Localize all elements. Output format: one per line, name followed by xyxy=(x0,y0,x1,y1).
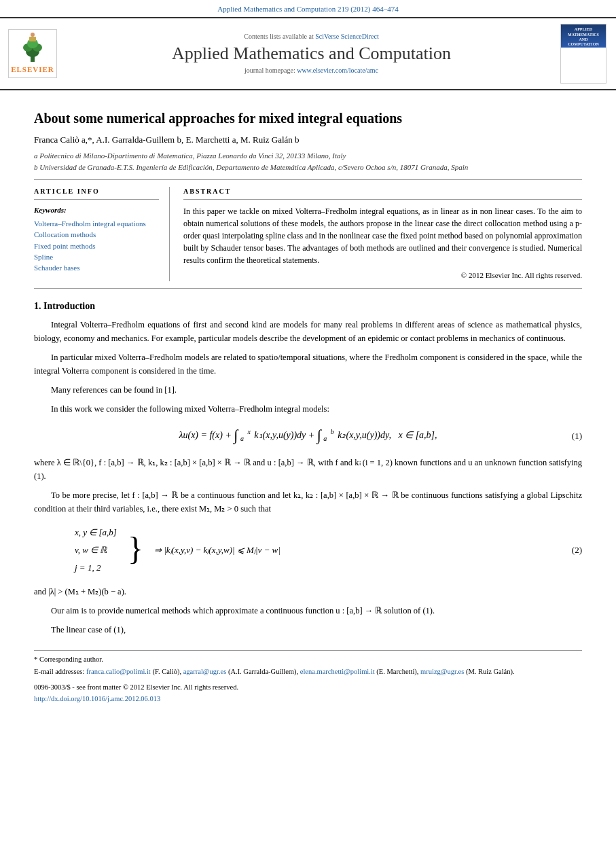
condition-brace-icon: } xyxy=(128,533,143,565)
footnote-area: * Corresponding author. E-mail addresses… xyxy=(34,650,582,704)
intro-para3: Many references can be found in [1]. xyxy=(34,383,582,397)
affiliation-b: b Universidad de Granada-E.T.S. Ingenier… xyxy=(34,162,582,173)
keyword-1[interactable]: Volterra–Fredholm integral equations xyxy=(34,219,159,229)
email-link-3[interactable]: elena.marchetti@polimi.it xyxy=(300,668,375,675)
abstract-text: In this paper we tackle on mixed Volterr… xyxy=(183,205,582,266)
keywords-heading: Keywords: xyxy=(34,205,159,215)
keyword-5[interactable]: Schauder bases xyxy=(34,263,159,273)
keyword-3[interactable]: Fixed point methods xyxy=(34,241,159,251)
equation-1-block: λu(x) = f(x) + ∫ a x k₁(x,y,u(y))dy + ∫ … xyxy=(34,425,582,446)
affiliation-a: a Politecnico di Milano-Dipartimento di … xyxy=(34,151,582,161)
equation-1-number: (1) xyxy=(572,430,582,442)
email-note: E-mail addresses: franca.calio@polimi.it… xyxy=(34,667,582,677)
svg-rect-5 xyxy=(29,37,36,41)
intro-para4: In this work we consider the following m… xyxy=(34,402,582,416)
abstract-divider xyxy=(34,288,582,289)
intro-para1: Integral Volterra–Fredholm equations of … xyxy=(34,318,582,345)
journal-center: Contents lists available at SciVerse Sci… xyxy=(69,32,554,75)
linear-text: The linear case of (1), xyxy=(34,623,582,637)
journal-title: Applied Mathematics and Computation xyxy=(69,43,554,64)
journal-thumbnail: APPLIED MATHEMATICS AND COMPUTATION xyxy=(560,24,608,84)
email-link-4[interactable]: mruizg@ugr.es xyxy=(420,668,464,675)
issn-line: 0096-3003/$ - see front matter © 2012 El… xyxy=(34,683,582,693)
copyright-text: © 2012 Elsevier Inc. All rights reserved… xyxy=(183,270,582,281)
and-text: and |λ| > (M₁ + M₂)(b − a). xyxy=(34,585,582,598)
article-info-panel: ARTICLE INFO Keywords: Volterra–Fredholm… xyxy=(34,187,170,281)
journal-homepage: journal homepage: www.elsevier.com/locat… xyxy=(69,66,554,75)
thumb-title-text: APPLIED MATHEMATICS AND COMPUTATION xyxy=(564,27,603,47)
svg-point-6 xyxy=(31,33,35,37)
elsevier-brand-text: ELSEVIER xyxy=(11,65,54,75)
authors-line: Franca Caliò a,*, A.I. Garralda-Guillem … xyxy=(34,134,582,146)
abstract-heading: ABSTRACT xyxy=(183,187,582,200)
homepage-url[interactable]: www.elsevier.com/locate/amc xyxy=(297,67,378,74)
intro-para2: In particular mixed Volterra–Fredholm mo… xyxy=(34,351,582,378)
keyword-4[interactable]: Spline xyxy=(34,252,159,262)
article-info-heading: ARTICLE INFO xyxy=(34,187,159,200)
paper-title: About some numerical approaches for mixe… xyxy=(34,109,582,127)
paper-content: About some numerical approaches for mixe… xyxy=(0,90,616,713)
aim-text: Our aim is to provide numerical methods … xyxy=(34,604,582,618)
sciverse-link[interactable]: SciVerse ScienceDirect xyxy=(315,33,379,40)
intro-section-title: 1. Introduction xyxy=(34,300,582,313)
sciverse-line: Contents lists available at SciVerse Sci… xyxy=(69,32,554,41)
keyword-2[interactable]: Collocation methods xyxy=(34,230,159,240)
precise-text: To be more precise, let f : [a,b] → ℝ be… xyxy=(34,488,582,516)
condition-left: x, y ∈ [a,b] v, w ∈ ℝ j = 1, 2 xyxy=(75,524,117,577)
condition-right: ⇒ |kⱼ(x,y,v) − kⱼ(x,y,w)| ⩽ Mⱼ|v − w| xyxy=(154,544,280,556)
equation-2-number: (2) xyxy=(572,544,582,556)
svg-rect-0 xyxy=(31,56,35,62)
email-link-2[interactable]: agarral@ugr.es xyxy=(183,668,227,675)
where-text: where λ ∈ ℝ\{0}, f : [a,b] → ℝ, k₁, k₂ :… xyxy=(34,456,582,483)
info-abstract-columns: ARTICLE INFO Keywords: Volterra–Fredholm… xyxy=(34,187,582,281)
email-link-1[interactable]: franca.calio@polimi.it xyxy=(86,668,151,675)
equation-1-content: λu(x) = f(x) + ∫ a x k₁(x,y,u(y))dy + ∫ … xyxy=(179,425,437,446)
journal-header: ELSEVIER Contents lists available at Sci… xyxy=(0,17,616,90)
header-divider xyxy=(34,179,582,180)
keywords-section: Keywords: Volterra–Fredholm integral equ… xyxy=(34,205,159,273)
elsevier-tree-icon xyxy=(16,33,50,63)
citation-link[interactable]: Applied Mathematics and Computation 219 … xyxy=(0,0,616,17)
abstract-panel: ABSTRACT In this paper we tackle on mixe… xyxy=(183,187,582,281)
doi-line[interactable]: http://dx.doi.org/10.1016/j.amc.2012.06.… xyxy=(34,694,582,704)
corresponding-note: * Corresponding author. xyxy=(34,655,582,665)
elsevier-logo: ELSEVIER xyxy=(8,29,62,78)
condition-block: x, y ∈ [a,b] v, w ∈ ℝ j = 1, 2 } ⇒ |kⱼ(x… xyxy=(75,524,582,577)
